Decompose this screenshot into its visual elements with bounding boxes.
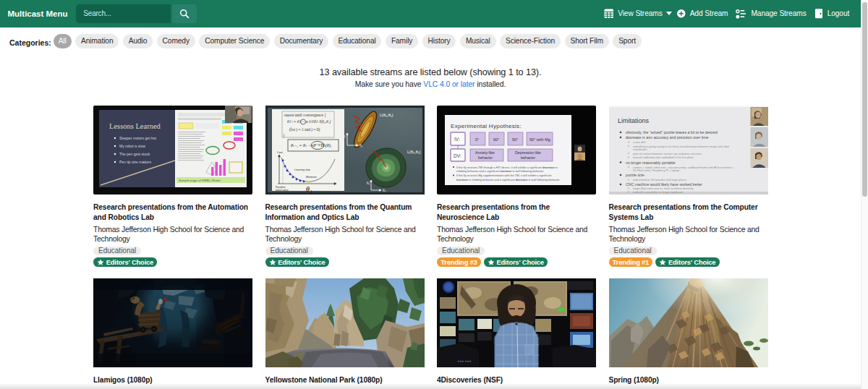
svg-text:L(θ₀,θ₁): L(θ₀,θ₁) bbox=[380, 113, 393, 117]
svg-text:CNC machine would likely have: CNC machine would likely have worked bet… bbox=[626, 182, 702, 187]
svg-text:something is going wrong in ou: something is going wrong in our linear t… bbox=[633, 145, 730, 148]
svg-text:Lessons Learned: Lessons Learned bbox=[109, 122, 161, 130]
svg-text:L(θ₀,θ₁): L(θ₀,θ₁) bbox=[407, 150, 421, 154]
svg-text:θｼ := θｼ − α ∂/∂θｼ J(θ₀,θ₁): θｼ := θｼ − α ∂/∂θｼ J(θ₀,θ₁) bbox=[287, 119, 331, 124]
svg-text:tradeoff in portability no lon: tradeoff in portability no longer signif… bbox=[633, 191, 684, 194]
svg-text:only tested on 3x4 puzzles wit: only tested on 3x4 puzzles with large pi… bbox=[633, 179, 686, 181]
svg-text:VL Flock sheet, Raspberry Pi +: VL Flock sheet, Raspberry Pi + laptop... bbox=[633, 169, 681, 172]
svg-text:climbing behavior and a signif: climbing behavior and a significant incr… bbox=[456, 169, 544, 173]
svg-text:●●● ●●●: ●●● ●●● bbox=[457, 359, 472, 363]
svg-text:1: 1 bbox=[310, 189, 312, 194]
svg-text:Experimental Hypothesis:: Experimental Hypothesis: bbox=[451, 123, 522, 129]
svg-text:DV:: DV: bbox=[454, 153, 461, 158]
svg-text:decrease in arm accuracy and p: decrease in arm accuracy and precision o… bbox=[626, 135, 709, 140]
svg-text:Cost: Cost bbox=[277, 151, 284, 154]
svg-text:90°: 90° bbox=[512, 137, 518, 142]
svg-text:θ₀: θ₀ bbox=[359, 144, 363, 148]
svg-text:90° with Mg: 90° with Mg bbox=[529, 137, 550, 142]
svg-text:The pen gets stuck: The pen gets stuck bbox=[119, 152, 150, 156]
svg-text:puzzle size: puzzle size bbox=[626, 173, 644, 177]
svg-text:Pen tip size matters: Pen tip size matters bbox=[119, 160, 151, 164]
svg-text:obviously, the “solved” puzzle: obviously, the “solved” puzzle leaves a … bbox=[626, 130, 718, 134]
svg-text:Sample page of GRBL-Plotter: Sample page of GRBL-Plotter bbox=[179, 179, 221, 182]
svg-text:(for j = 1 and j = 0): (for j = 1 and j = 0) bbox=[289, 127, 320, 132]
svg-text:θ: θ bbox=[306, 185, 310, 193]
svg-text:Depression-like: Depression-like bbox=[515, 150, 541, 155]
svg-text:Limitations: Limitations bbox=[618, 117, 650, 124]
svg-text:increase in climbing behavior: increase in climbing behavior and a sign… bbox=[456, 178, 560, 181]
svg-text:Learning step: Learning step bbox=[294, 168, 310, 171]
svg-text:If the fly receives TBI throug: If the fly receives TBI through a HIT de… bbox=[456, 166, 558, 169]
svg-text:z-axis drift: z-axis drift bbox=[633, 141, 646, 144]
svg-text:manual calibration also eyebal: manual calibration also eyeballed in the… bbox=[633, 156, 694, 159]
svg-text:initial value: initial value bbox=[276, 189, 289, 192]
svg-text:My robot is slow: My robot is slow bbox=[119, 144, 145, 148]
svg-text:Stepper motors get hot: Stepper motors get hot bbox=[119, 136, 156, 140]
svg-text:Anxiety-like: Anxiety-like bbox=[475, 150, 495, 155]
svg-text:IV:: IV: bbox=[454, 137, 460, 142]
svg-text:camera + tripod, robot arm + v: camera + tripod, robot arm + vacuum pump… bbox=[633, 166, 735, 169]
svg-text:}: } bbox=[283, 133, 285, 138]
svg-text:larger (flat) work area vs. mo: larger (flat) work area vs. more (useles… bbox=[633, 187, 694, 190]
svg-text:repeat until convergence {: repeat until convergence { bbox=[284, 113, 326, 118]
svg-text:behavior: behavior bbox=[521, 155, 535, 160]
svg-text:θ₁: θ₁ bbox=[343, 134, 346, 138]
svg-text:θ₀: θ₀ bbox=[383, 189, 386, 192]
svg-text:point of contact between sucti: point of contact between suction cup and… bbox=[633, 153, 702, 155]
svg-text:θ₁: θ₁ bbox=[367, 181, 370, 185]
svg-text:coordinates: coordinates bbox=[633, 148, 647, 151]
svg-text:no longer reasonably portable: no longer reasonably portable bbox=[626, 161, 676, 165]
svg-text:behavior: behavior bbox=[478, 155, 493, 160]
svg-text:Minimum: Minimum bbox=[306, 176, 317, 179]
svg-text:60°: 60° bbox=[493, 137, 499, 142]
svg-text:If the fly receives Mg supplem: If the fly receives Mg supplementation w… bbox=[456, 174, 552, 177]
svg-text:0°: 0° bbox=[475, 137, 479, 142]
